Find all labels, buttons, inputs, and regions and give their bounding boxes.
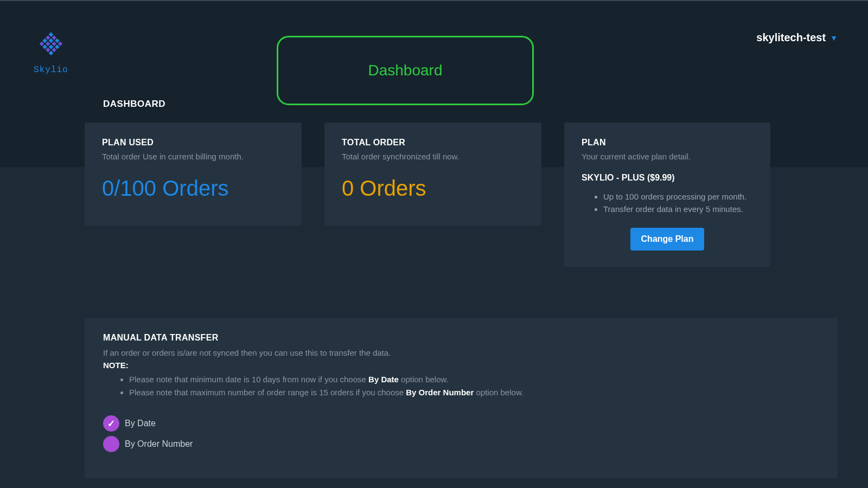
- svg-rect-10: [49, 44, 53, 49]
- change-plan-button[interactable]: Change Plan: [630, 228, 705, 251]
- total-order-subtitle: Total order synchronized till now.: [342, 152, 524, 161]
- total-order-title: TOTAL ORDER: [342, 138, 524, 147]
- plan-feature-item: Transfer order data in every 5 minutes.: [603, 203, 753, 215]
- manual-title: MANUAL DATA TRANSFER: [103, 333, 819, 343]
- svg-rect-9: [46, 42, 50, 46]
- manual-note-item: Please note that minimum date is 10 days…: [129, 373, 819, 386]
- svg-rect-6: [52, 42, 56, 46]
- svg-rect-5: [49, 38, 53, 43]
- transfer-mode-radio-group: By Date By Order Number: [103, 415, 819, 452]
- manual-transfer-card: MANUAL DATA TRANSFER If an order or orde…: [85, 318, 838, 478]
- dashboard-pill-label: Dashboard: [368, 62, 443, 79]
- svg-rect-15: [49, 50, 53, 55]
- stat-cards-row: PLAN USED Total order Use in current bil…: [85, 123, 838, 267]
- section-title-dashboard: DASHBOARD: [103, 99, 165, 110]
- svg-rect-12: [40, 42, 44, 46]
- plan-used-value: 0/100 Orders: [102, 176, 284, 201]
- manual-note-item: Please note that maximum number of order…: [129, 386, 819, 399]
- plan-name: SKYLIO - PLUS ($9.99): [582, 173, 753, 183]
- brand-logo: Skylio: [34, 30, 68, 75]
- radio-by-order-label: By Order Number: [125, 439, 193, 449]
- svg-rect-1: [52, 35, 56, 40]
- diamond-grid-icon: [35, 30, 67, 62]
- svg-rect-7: [55, 44, 59, 49]
- account-dropdown[interactable]: skylitech-test ▼: [756, 31, 838, 44]
- svg-rect-4: [46, 35, 50, 40]
- total-order-card: TOTAL ORDER Total order synchronized til…: [324, 123, 541, 226]
- svg-rect-3: [58, 42, 62, 46]
- svg-rect-14: [46, 48, 50, 52]
- plan-used-card: PLAN USED Total order Use in current bil…: [85, 123, 302, 226]
- svg-rect-0: [49, 33, 53, 37]
- plan-used-subtitle: Total order Use in current billing month…: [102, 152, 284, 161]
- caret-down-icon: ▼: [830, 34, 838, 42]
- radio-by-date-label: By Date: [125, 419, 156, 428]
- radio-indicator-icon: [103, 436, 119, 452]
- svg-rect-8: [42, 38, 47, 43]
- radio-indicator-icon: [103, 415, 119, 432]
- plan-subtitle: Your current active plan detail.: [582, 152, 753, 161]
- plan-feature-item: Up to 100 orders processing per month.: [603, 190, 753, 203]
- dashboard-pill: Dashboard: [277, 36, 534, 105]
- plan-used-title: PLAN USED: [102, 138, 284, 147]
- manual-note-label: NOTE:: [103, 361, 819, 370]
- manual-notes-list: Please note that minimum date is 10 days…: [103, 373, 819, 399]
- svg-rect-13: [42, 44, 47, 49]
- plan-title: PLAN: [582, 138, 753, 147]
- radio-by-date[interactable]: By Date: [103, 415, 819, 432]
- svg-rect-2: [55, 38, 59, 43]
- radio-by-order-number[interactable]: By Order Number: [103, 436, 819, 452]
- manual-description: If an order or orders is/are not synced …: [103, 348, 819, 357]
- total-order-value: 0 Orders: [342, 176, 524, 201]
- plan-card: PLAN Your current active plan detail. SK…: [564, 123, 770, 267]
- plan-feature-list: Up to 100 orders processing per month. T…: [582, 190, 753, 216]
- svg-rect-11: [52, 48, 56, 52]
- brand-name: Skylio: [34, 65, 68, 75]
- account-selected-label: skylitech-test: [756, 31, 826, 44]
